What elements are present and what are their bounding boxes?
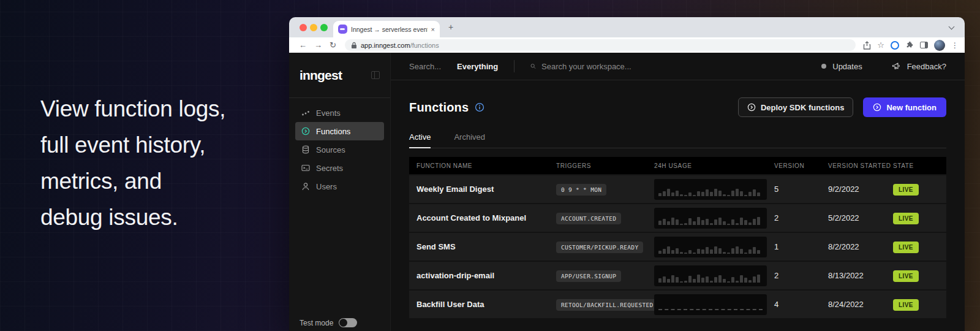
collapse-sidebar-icon[interactable]: [371, 71, 380, 79]
topbar-right: Updates Feedback?: [821, 62, 946, 71]
table-row[interactable]: Account Created to Mixpanel ACCOUNT.CREA…: [409, 204, 946, 232]
side-panel-icon[interactable]: [920, 42, 928, 48]
toolbar-right-icons: ☆ ⋮: [863, 40, 959, 51]
onepassword-extension-icon[interactable]: [891, 41, 899, 50]
new-function-icon: [873, 103, 881, 112]
hero-line: metrics, and: [40, 163, 225, 199]
inngest-app: inngest Events Functions: [289, 53, 965, 331]
sidebar-item-label: Functions: [316, 127, 350, 136]
tab-close-icon[interactable]: ×: [431, 26, 435, 33]
function-name[interactable]: Weekly Email Digest: [409, 185, 556, 194]
sidebar-item-label: Sources: [316, 145, 345, 154]
workspace-search-input[interactable]: [541, 62, 676, 71]
functions-icon: [301, 127, 310, 135]
browser-window: Inngest → serverless event-dri × + ← → ↻…: [289, 17, 965, 331]
profile-avatar[interactable]: [934, 40, 945, 51]
url-path: /functions: [410, 42, 439, 49]
updates-link[interactable]: Updates: [832, 62, 862, 71]
sidebar-nav: Events Functions Sources: [289, 98, 390, 196]
traffic-light-close[interactable]: [300, 24, 307, 31]
version-value: 1: [774, 242, 828, 251]
usage-sparkline: [654, 237, 767, 257]
bookmark-star-icon[interactable]: ☆: [877, 40, 884, 50]
page-title: Functions: [409, 101, 469, 115]
version-started-date: 9/2/2022: [828, 185, 893, 194]
table-row[interactable]: Backfill User Data RETOOL/BACKFILL.REQUE…: [409, 291, 946, 318]
state-badge: LIVE: [893, 299, 919, 311]
sidebar-item-events[interactable]: Events: [295, 104, 384, 122]
sidebar-item-sources[interactable]: Sources: [295, 140, 384, 159]
tab-search-chevron-icon[interactable]: [949, 24, 955, 30]
version-value: 5: [774, 185, 828, 194]
sidebar-item-secrets[interactable]: Secrets: [295, 159, 384, 177]
share-icon[interactable]: [863, 41, 871, 50]
trigger-badge: APP/USER.SIGNUP: [556, 270, 621, 282]
version-started-date: 8/24/2022: [828, 300, 893, 309]
search-label[interactable]: Search...: [409, 62, 441, 71]
sidebar-item-label: Events: [316, 108, 341, 118]
function-name[interactable]: Backfill User Data: [409, 300, 556, 309]
new-tab-button[interactable]: +: [448, 22, 453, 32]
state-badge: LIVE: [893, 270, 919, 282]
version-started-date: 5/2/2022: [828, 213, 893, 223]
traffic-light-zoom[interactable]: [320, 24, 328, 31]
users-icon: [301, 182, 310, 191]
test-mode-label: Test mode: [300, 319, 333, 327]
traffic-light-minimize[interactable]: [310, 24, 317, 31]
search-scope-everything[interactable]: Everything: [457, 62, 498, 71]
tab-archived[interactable]: Archived: [454, 132, 485, 148]
extensions-puzzle-icon[interactable]: [905, 41, 914, 50]
sidebar-logo-section: inngest: [289, 53, 390, 98]
table-row[interactable]: Weekly Email Digest 0 9 * * MON 5 9/2/20…: [409, 175, 946, 203]
function-name[interactable]: activation-drip-email: [409, 271, 556, 280]
new-function-button-label: New function: [886, 103, 937, 112]
deploy-sdk-functions-button[interactable]: Deploy SDK functions: [738, 97, 854, 117]
functions-page: Functions Deploy: [391, 80, 965, 331]
forward-icon[interactable]: →: [314, 41, 322, 49]
hero-line: debug issues.: [40, 199, 225, 235]
column-header: FUNCTION NAME: [409, 162, 556, 169]
table-body: Weekly Email Digest 0 9 * * MON 5 9/2/20…: [409, 175, 946, 318]
workspace-search[interactable]: [530, 62, 676, 71]
lock-icon: [351, 42, 357, 49]
new-function-button[interactable]: New function: [863, 97, 946, 117]
back-icon[interactable]: ←: [299, 41, 307, 49]
function-name[interactable]: Account Created to Mixpanel: [409, 213, 556, 223]
secrets-icon: [301, 164, 310, 172]
sidebar-item-functions[interactable]: Functions: [295, 122, 384, 140]
table-row[interactable]: Send SMS CUSTOMER/PICKUP.READY 1 8/2/202…: [409, 233, 946, 261]
url-domain: app.inngest.com: [361, 42, 410, 49]
version-value: 2: [774, 213, 828, 223]
megaphone-icon: [892, 62, 901, 70]
trigger-badge: CUSTOMER/PICKUP.READY: [556, 242, 643, 253]
table-header: FUNCTION NAMETRIGGERS24H USAGEVERSIONVER…: [409, 157, 946, 174]
table-row[interactable]: activation-drip-email APP/USER.SIGNUP 2 …: [409, 262, 946, 289]
app-topbar: Search... Everything Updates: [391, 53, 965, 80]
url-text: app.inngest.com/functions: [361, 42, 439, 49]
trigger-badge: ACCOUNT.CREATED: [556, 213, 621, 224]
hero-line: full event history,: [40, 127, 225, 163]
version-started-date: 8/13/2022: [828, 271, 893, 280]
hero-text: View function logs, full event history, …: [40, 91, 225, 235]
column-header: TRIGGERS: [556, 162, 654, 169]
functions-table: FUNCTION NAMETRIGGERS24H USAGEVERSIONVER…: [409, 157, 946, 318]
sidebar: inngest Events Functions: [289, 53, 391, 331]
deploy-button-label: Deploy SDK functions: [761, 103, 845, 112]
column-header: VERSION STARTED: [828, 162, 893, 169]
updates-dot-icon: [821, 64, 826, 69]
info-icon[interactable]: [475, 102, 484, 112]
state-badge: LIVE: [893, 242, 919, 253]
feedback-link[interactable]: Feedback?: [907, 62, 946, 71]
test-mode-toggle[interactable]: [339, 318, 357, 327]
browser-tab[interactable]: Inngest → serverless event-dri ×: [333, 21, 440, 37]
browser-menu-icon[interactable]: ⋮: [951, 41, 959, 50]
tab-active[interactable]: Active: [409, 132, 431, 148]
sidebar-item-users[interactable]: Users: [295, 177, 384, 196]
version-value: 2: [774, 271, 828, 280]
topbar-divider: [514, 60, 514, 72]
reload-icon[interactable]: ↻: [330, 41, 336, 49]
url-bar[interactable]: app.inngest.com/functions: [345, 39, 856, 51]
function-name[interactable]: Send SMS: [409, 242, 556, 251]
column-header: STATE: [893, 162, 946, 169]
version-value: 4: [774, 300, 828, 309]
